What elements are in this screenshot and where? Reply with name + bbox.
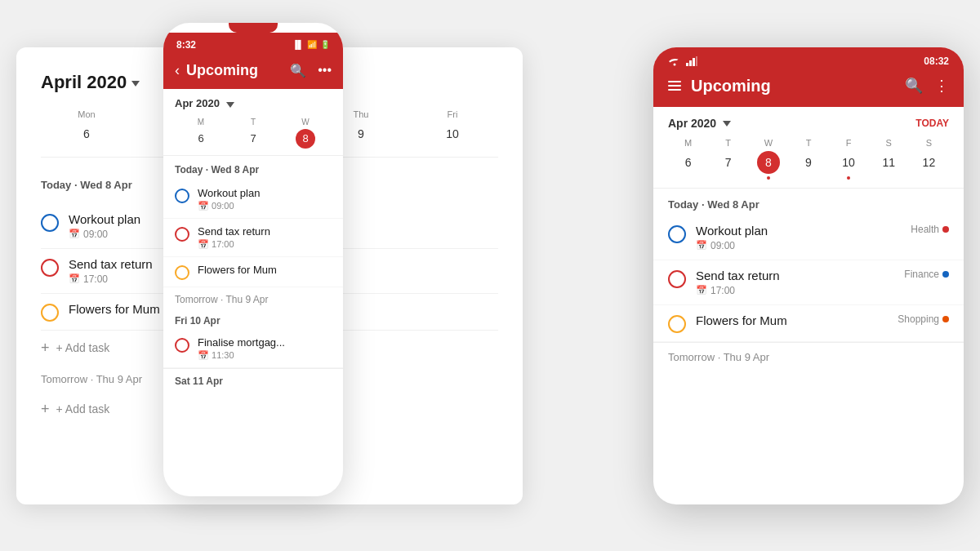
p2-circle-red: [668, 270, 686, 288]
phone2-today-button[interactable]: TODAY: [915, 118, 949, 129]
phone1-task-name-mortgage: Finalise mortgag...: [198, 336, 285, 349]
phone1-tomorrow-label: Tomorrow · Thu 9 Apr: [163, 287, 343, 309]
back-button[interactable]: ‹: [175, 62, 180, 79]
desktop-day-fri[interactable]: Fri 10: [407, 109, 498, 150]
calendar-icon: 📅: [69, 229, 80, 239]
desktop-task-name-workout: Workout plan: [69, 212, 140, 226]
today-dot: [767, 176, 770, 180]
phone2-status-bar: 08:32: [653, 47, 964, 72]
task-circle-blue: [41, 214, 59, 232]
phone1-circle-red-2: [175, 338, 189, 353]
phone2-task-workout[interactable]: Workout plan 📅 09:00 Health: [653, 216, 964, 260]
p2-day-t2[interactable]: T 9: [788, 138, 828, 180]
phone1-circle-blue: [175, 189, 189, 203]
p2-day-s[interactable]: S 11: [869, 138, 909, 180]
phone1-day-t[interactable]: T 7: [227, 118, 279, 149]
phone2-task-time-workout: 09:00: [710, 240, 735, 251]
desktop-task-time-tax: 17:00: [83, 273, 108, 285]
plus-icon-tomorrow: +: [41, 402, 50, 416]
task-circle-yellow: [41, 304, 59, 322]
phone2-more-icon[interactable]: ⋮: [934, 77, 949, 95]
phone2-tomorrow-label: Tomorrow · Thu 9 Apr: [653, 342, 964, 368]
phone1-task-workout[interactable]: Workout plan 📅 09:00: [163, 180, 343, 219]
phone1-toolbar: ‹ Upcoming 🔍 •••: [163, 56, 343, 89]
signal-icon: ▐▌: [292, 40, 304, 49]
phone2-task-name-flowers: Flowers for Mum: [696, 313, 888, 327]
phone2-tag-health: Health: [911, 224, 939, 235]
tag-dot-finance: [942, 271, 949, 278]
phone2-month-chevron[interactable]: [723, 121, 731, 127]
p2-day-s2[interactable]: S 12: [909, 138, 949, 180]
svg-rect-2: [689, 60, 692, 66]
phone1-today-label: Today · Wed 8 Apr: [163, 156, 343, 180]
wifi-icon: 📶: [307, 40, 317, 49]
phone2-task-name-workout: Workout plan: [696, 224, 901, 238]
phone1-fri-label: Fri 10 Apr: [163, 309, 343, 330]
hamburger-menu-button[interactable]: [668, 81, 681, 91]
battery-icon: 🔋: [320, 40, 330, 49]
add-task-tomorrow-label: + Add task: [56, 402, 110, 415]
plus-icon: +: [41, 340, 50, 355]
cal-icon-p2-1: 📅: [696, 240, 707, 251]
phone2-search-icon[interactable]: 🔍: [905, 77, 923, 95]
search-icon[interactable]: 🔍: [290, 63, 306, 78]
phone1-circle-red: [175, 227, 189, 242]
phone1-task-flowers[interactable]: Flowers for Mum: [163, 257, 343, 287]
phone1-task-time-mortgage: 📅 11:30: [198, 350, 285, 361]
phone1-month-chevron[interactable]: [226, 102, 234, 108]
phone2-tag-shopping: Shopping: [898, 313, 939, 325]
cal-icon-p2-2: 📅: [696, 285, 707, 295]
phone1-task-tax[interactable]: Send tax return 📅 17:00: [163, 219, 343, 257]
more-icon[interactable]: •••: [318, 63, 332, 78]
phone2-today-label: Today · Wed 8 Apr: [653, 189, 964, 216]
p2-day-w-today[interactable]: W 8: [748, 138, 788, 180]
phone1-day-w-today[interactable]: W 8: [279, 118, 332, 149]
phone-1: 8:32 ▐▌ 📶 🔋 ‹ Upcoming 🔍 ••• Apr 2020 M …: [163, 23, 343, 496]
phone2-week-strip: M 6 T 7 W 8 T 9 F 10 S 1: [653, 135, 964, 189]
month-chevron-icon[interactable]: [131, 81, 140, 87]
phone2-month[interactable]: Apr 2020: [668, 117, 731, 130]
fri-dot: [847, 176, 850, 180]
phone2-task-time-tax: 17:00: [710, 285, 735, 296]
phone1-task-name-workout: Workout plan: [198, 187, 260, 199]
phone2-task-name-tax: Send tax return: [696, 269, 894, 282]
p2-day-t[interactable]: T 7: [708, 138, 748, 180]
wifi-icon-p2: [668, 56, 681, 66]
phone2-title: Upcoming: [691, 77, 905, 96]
phone1-task-time-workout: 📅 09:00: [198, 201, 260, 211]
phone2-status-time: 08:32: [924, 56, 949, 67]
signal-icon-p2: [686, 56, 697, 66]
desktop-task-time-workout: 09:00: [83, 229, 108, 240]
task-circle-red: [41, 259, 59, 277]
phone1-circle-yellow: [175, 265, 189, 280]
phone1-sat-label: Sat 11 Apr: [163, 368, 343, 390]
scene: April 2020 Mon 6 Tue 7 Wed 8 Thu: [16, 23, 964, 529]
phone1-task-name-tax: Send tax return: [198, 225, 270, 238]
desktop-month-title: April 2020: [41, 72, 127, 93]
svg-rect-1: [686, 63, 688, 66]
phone1-task-name-flowers: Flowers for Mum: [198, 264, 277, 276]
p2-circle-blue: [668, 225, 686, 243]
phone1-month: Apr 2020: [175, 97, 220, 109]
phone1-date-bar: Apr 2020: [163, 89, 343, 114]
p2-day-m[interactable]: M 6: [668, 138, 708, 180]
phone1-task-mortgage[interactable]: Finalise mortgag... 📅 11:30: [163, 330, 343, 368]
svg-rect-4: [696, 56, 697, 66]
phone1-status-time: 8:32: [176, 39, 196, 51]
phone2-task-tax[interactable]: Send tax return 📅 17:00 Finance: [653, 260, 964, 305]
phone-2: 08:32 Upcoming 🔍 ⋮ Apr 2020 TODAY M 6: [653, 47, 964, 504]
phone1-day-m[interactable]: M 6: [175, 118, 227, 149]
phone1-task-time-tax: 📅 17:00: [198, 239, 270, 250]
calendar-icon-2: 📅: [69, 273, 80, 284]
svg-rect-3: [693, 58, 695, 66]
desktop-day-mon[interactable]: Mon 6: [41, 109, 132, 150]
phone2-task-flowers[interactable]: Flowers for Mum Shopping: [653, 305, 964, 342]
phone1-week-strip: M 6 T 7 W 8: [163, 114, 343, 156]
phone2-tag-finance: Finance: [904, 269, 939, 280]
p2-circle-yellow: [668, 315, 686, 333]
phone1-title: Upcoming: [186, 62, 283, 79]
p2-day-f[interactable]: F 10: [829, 138, 869, 180]
phone2-date-row: Apr 2020 TODAY: [653, 107, 964, 135]
add-task-label: + Add task: [56, 341, 110, 354]
svg-point-0: [674, 63, 676, 65]
